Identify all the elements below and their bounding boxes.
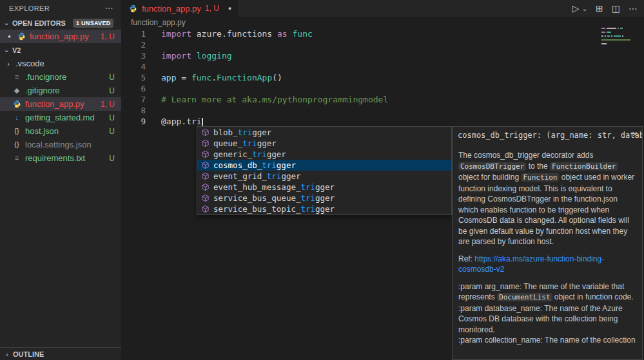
symbol-method-icon [200,205,210,213]
suggest-item-event_hub_message_trigger[interactable]: event_hub_message_trigger [197,182,451,193]
more-actions-icon[interactable]: ⋯ [105,3,113,13]
tree-item-.funcignore[interactable]: ≡.funcignoreU [0,70,121,84]
file-name: getting_started.md [25,113,106,122]
suggest-docs-panel: cosmos_db_trigger: (arg_name: str, datab… [452,126,643,360]
tab-function_app[interactable]: function_app.py 1, U ● [121,0,238,17]
chevron-down-icon: ⌄ [3,46,10,54]
outline-label: OUTLINE [13,350,44,358]
chevron-right-icon: › [5,60,12,68]
list-icon: ≡ [12,155,22,162]
close-icon[interactable]: × [632,129,638,138]
suggest-item-generic_trigger[interactable]: generic_trigger [197,149,451,160]
line-number: 4 [121,61,146,72]
docs-text: Ref: [458,254,474,263]
tree-item-host.json[interactable]: {}host.jsonU [0,124,121,138]
inline-code: DocumentList [497,293,552,301]
run-dropdown-icon[interactable]: ⌄ [582,5,587,12]
json-icon: {} [12,128,22,135]
suggestion-label: generic_trigger [213,149,286,159]
code-line: 7# Learn more at aka.ms/pythonprogrammin… [121,94,644,105]
json-icon: {} [12,141,22,148]
docs-paragraph: The cosmos_db_trigger decorator adds Cos… [458,150,636,247]
docs-link[interactable]: https://aka.ms/azure-function-binding-co… [458,254,604,274]
git-status-badge: U [109,154,121,163]
tree-item-getting_started.md[interactable]: ↓getting_started.mdU [0,111,121,124]
layout-icon[interactable]: ⊞ [596,3,603,14]
docs-text: :param collection_name: The name of the … [458,336,636,345]
suggest-item-blob_trigger[interactable]: blob_trigger [197,127,451,138]
modified-dot-icon: ● [6,33,13,39]
suggestion-label: service_bus_topic_trigger [213,204,335,214]
open-editor-item[interactable]: ● function_app.py 1, U [0,30,121,43]
tree-item-local.settings.json[interactable]: {}local.settings.json [0,138,121,151]
suggest-item-cosmos_db_trigger[interactable]: cosmos_db_trigger [197,160,451,171]
suggestion-label: service_bus_queue_trigger [213,193,335,203]
docs-text: :param database_name: The name of the Az… [458,304,623,334]
file-name: .vscode [15,59,121,68]
text-cursor [202,118,203,127]
python-icon [128,5,138,13]
symbol-method-icon [200,161,210,169]
workspace-header[interactable]: ⌄ V2 [0,43,121,57]
tree-item-.vscode[interactable]: ›.vscode [0,57,121,70]
code-text: import azure.functions as func [161,28,313,39]
git-status-badge: 1, U [101,100,121,109]
docs-paragraph: :param arg_name: The name of the variabl… [458,281,636,303]
vscode-window: EXPLORER ⋯ ⌄ OPEN EDITORS 1 UNSAVED ● fu… [0,0,644,360]
editor-area: function_app.py 1, U ● ▷⌄⊞◫⋯ function_ap… [121,0,644,360]
code-text: import logging [161,50,232,61]
code-line: 2 [121,39,644,50]
docs-text: object used in worker function indexing … [458,173,634,246]
open-editors-label: OPEN EDITORS [12,19,66,27]
run-button[interactable]: ▷ [572,3,580,14]
file-name: .funcignore [25,72,106,82]
tree-item-function_app.py[interactable]: function_app.py1, U [0,97,121,111]
inline-code: FunctionBuilder [550,162,618,171]
suggest-item-service_bus_topic_trigger[interactable]: service_bus_topic_trigger [197,204,451,214]
suggestion-label: blob_trigger [213,128,271,137]
tree-item-requirements.txt[interactable]: ≡requirements.txtU [0,151,121,165]
breadcrumb[interactable]: function_app.py [121,17,644,28]
docs-text: object for building [458,173,521,182]
minimap[interactable] [601,28,641,45]
line-number: 2 [121,39,146,50]
symbol-method-icon [200,194,210,202]
python-icon [16,32,26,41]
code-text: app = func.FunctionApp() [161,72,282,83]
suggest-item-event_grid_trigger[interactable]: event_grid_trigger [197,171,451,182]
docs-paragraph: :param database_name: The name of the Az… [458,303,636,336]
symbol-method-icon [200,183,210,191]
symbol-method-icon [200,150,210,158]
file-name: host.json [25,126,106,136]
symbol-method-icon [200,139,210,147]
open-editors-header[interactable]: ⌄ OPEN EDITORS 1 UNSAVED [0,16,121,30]
chevron-right-icon: › [3,350,11,358]
symbol-method-icon [200,172,210,180]
tab-modified-dot[interactable]: ● [228,5,231,12]
tree-item-.gitignore[interactable]: ◆.gitignoreU [0,84,121,97]
unsaved-badge: 1 UNSAVED [73,19,114,28]
code-line: 4 [121,61,644,72]
suggestion-signature: cosmos_db_trigger: (arg_name: str, datab… [453,127,642,141]
suggest-item-service_bus_queue_trigger[interactable]: service_bus_queue_trigger [197,193,451,204]
code-line: 8 [121,105,644,116]
problems-badge: 1, U [101,32,121,41]
outline-section-header[interactable]: › OUTLINE [0,347,121,360]
docs-paragraph: :param collection_name: The name of the … [458,335,636,346]
workspace-label: V2 [12,46,21,54]
more-actions-button[interactable]: ⋯ [629,3,638,14]
suggest-item-queue_trigger[interactable]: queue_trigger [197,138,451,149]
open-editor-file-name: function_app.py [30,32,97,41]
code-line: 3import logging [121,50,644,61]
line-number: 6 [121,83,146,94]
inline-code: Function [521,173,559,182]
file-name: local.settings.json [25,140,121,149]
docs-text: object in function code. [552,292,634,301]
docs-paragraph: Ref: https://aka.ms/azure-function-bindi… [458,254,636,275]
python-icon [12,100,22,108]
tab-bar: function_app.py 1, U ● ▷⌄⊞◫⋯ [121,0,644,17]
markdown-icon: ↓ [12,114,22,121]
git-status-badge: U [109,73,121,82]
code-text: @app.tri [161,116,203,127]
split-editor-button[interactable]: ◫ [612,3,620,14]
